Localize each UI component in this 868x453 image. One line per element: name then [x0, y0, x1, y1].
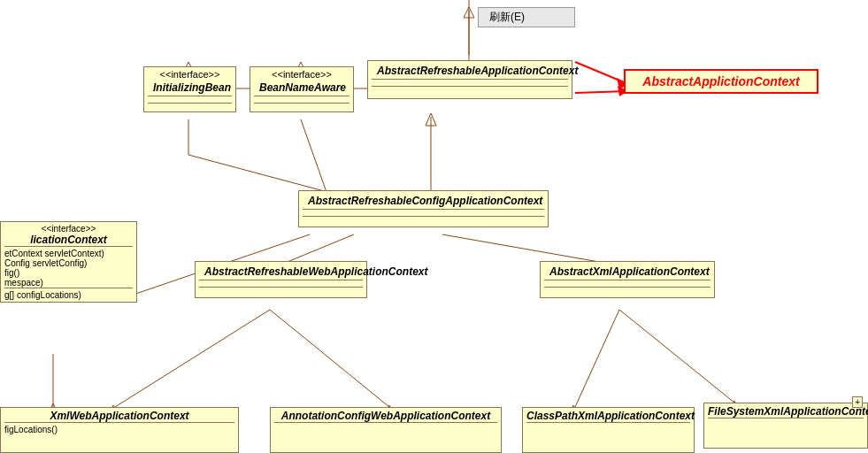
abstract-refreshable-app-context-box: AbstractRefreshableApplicationContext: [367, 60, 572, 99]
svg-line-30: [575, 91, 628, 93]
svg-line-28: [619, 310, 734, 403]
bean-name-aware-box: <<interface>> BeanNameAware: [250, 66, 354, 112]
svg-line-22: [115, 310, 270, 407]
svg-line-26: [575, 310, 619, 407]
left-panel-context-box: <<interface>> licationContext etContext …: [0, 221, 137, 303]
diagram-container: 刷新(E) <<interface>> InitializingBean <<i…: [0, 0, 868, 453]
classpath-xml-context-box: ClassPathXmlApplicationContext: [522, 407, 695, 453]
filesystem-xml-context-box: + FileSystemXmlApplicationContex: [703, 403, 868, 449]
annotation-config-web-context-box: AnnotationConfigWebApplicationContext: [270, 407, 502, 453]
svg-line-31: [575, 62, 628, 84]
refresh-button[interactable]: 刷新(E): [478, 7, 575, 27]
svg-line-6: [301, 119, 327, 195]
abstract-refreshable-config-context-box: AbstractRefreshableConfigApplicationCont…: [298, 190, 549, 227]
abstract-refreshable-web-context-box: AbstractRefreshableWebApplicationContext: [195, 261, 367, 298]
xml-web-app-context-box: XmlWebApplicationContext figLocations(): [0, 407, 239, 453]
svg-marker-2: [426, 113, 436, 126]
svg-line-24: [270, 310, 389, 407]
initializing-bean-box: <<interface>> InitializingBean: [143, 66, 236, 112]
abstract-appliction-context-box: AbstractApplictionContext: [624, 69, 818, 94]
svg-marker-12: [464, 7, 474, 18]
abstract-xml-app-context-box: AbstractXmlApplicationContext: [540, 261, 715, 298]
